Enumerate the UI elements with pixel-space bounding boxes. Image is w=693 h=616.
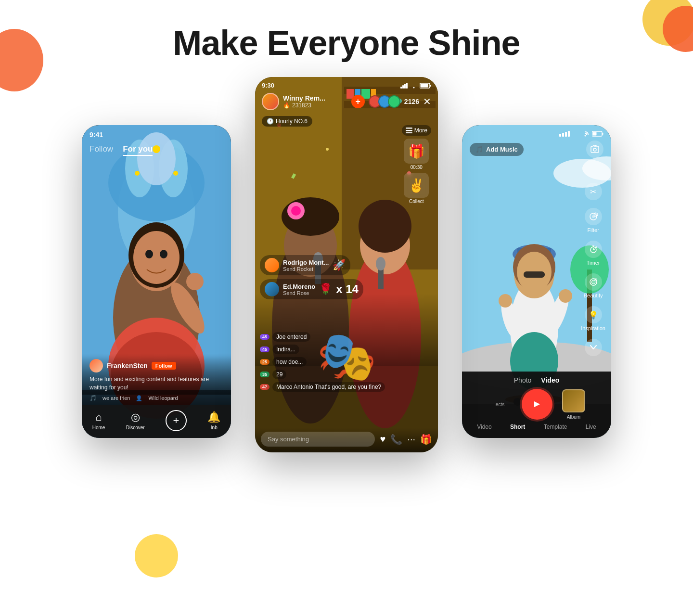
left-status-bar: 9:41 xyxy=(90,131,223,139)
center-top-right-controls: More 🎁 00:30 ✌️ Collect xyxy=(402,125,431,204)
gift-sender-1-avatar xyxy=(265,258,279,272)
svg-marker-108 xyxy=(534,401,540,407)
svg-point-90 xyxy=(585,135,586,137)
add-icon[interactable]: + xyxy=(166,410,187,431)
chat-level-2: 45 xyxy=(260,346,270,352)
center-user-row: Winny Rem... 🔥 231823 + 2126 ✕ xyxy=(262,93,431,110)
center-chat-input[interactable]: Say something xyxy=(261,432,375,447)
center-collect-box[interactable]: ✌️ Collect xyxy=(402,173,431,204)
svg-point-12 xyxy=(145,250,153,258)
photo-button[interactable]: Photo xyxy=(514,376,532,384)
inbox-icon: 🔔 xyxy=(207,411,220,424)
right-capture-row: ects Album xyxy=(468,389,605,420)
left-music-row: 🎵 we are frien 👤 Wild leopard xyxy=(90,395,223,401)
svg-point-14 xyxy=(135,171,140,176)
album-label: Album xyxy=(567,414,580,420)
right-tab-video[interactable]: Video xyxy=(477,424,491,430)
left-nav: Follow For you xyxy=(90,142,223,158)
chat-msg-5: 47 Marco Antonio That's good, are you fi… xyxy=(260,382,433,392)
center-header: 9:30 xyxy=(255,77,438,127)
left-nav-foryou[interactable]: For you xyxy=(123,144,153,156)
album-box[interactable]: Album xyxy=(562,389,585,420)
svg-point-11 xyxy=(133,231,180,284)
right-tool-beautify[interactable]: Beautify xyxy=(584,273,603,298)
video-button-active[interactable]: Video xyxy=(541,376,559,384)
right-tab-short[interactable]: Short xyxy=(510,424,525,430)
right-top-controls: 🎵 Add Music xyxy=(470,141,603,158)
chat-msg-2: 45 Indira... xyxy=(260,345,433,354)
chat-msg-4: 35 29 xyxy=(260,370,433,379)
left-tab-discover[interactable]: ◎ Discover xyxy=(126,411,145,430)
center-status-icons xyxy=(400,83,431,89)
discover-icon: ◎ xyxy=(131,411,140,424)
right-status-bar xyxy=(470,131,603,137)
right-tool-scissors[interactable]: ✂ xyxy=(585,183,602,200)
timer-label: Timer xyxy=(587,260,600,266)
camera-flip-button[interactable] xyxy=(586,141,603,158)
right-tab-template[interactable]: Template xyxy=(544,424,567,430)
close-button[interactable]: ✕ xyxy=(423,96,431,107)
svg-point-40 xyxy=(359,200,411,253)
svg-rect-61 xyxy=(406,132,412,133)
dots-icon[interactable]: ··· xyxy=(407,434,415,445)
right-phone-screen: 🎵 Add Music ✂ xyxy=(462,125,611,438)
svg-rect-76 xyxy=(524,271,545,278)
right-header: 🎵 Add Music xyxy=(462,125,611,158)
phone-icon[interactable]: 📞 xyxy=(390,434,402,445)
phone-center: 9:30 xyxy=(255,77,438,452)
right-tool-inspiration[interactable]: 💡 Inspiration xyxy=(581,306,605,331)
gift-sender-2-action: Send Rose xyxy=(283,290,315,296)
left-nav-follow[interactable]: Follow xyxy=(90,144,113,156)
svg-rect-87 xyxy=(562,133,564,137)
chat-area: 45 Joe entered 45 Indira... 25 how doe..… xyxy=(260,332,433,395)
rose-emoji: 🌹 xyxy=(319,283,332,295)
phones-showcase: 9:41 Follow For you FrankenSten Follow M… xyxy=(82,77,611,597)
center-input-row: Say something ♥ 📞 ··· 🎁 xyxy=(261,432,432,447)
svg-point-106 xyxy=(591,280,595,284)
right-tabbar: Video Short Template Live xyxy=(468,424,605,430)
gift-bottom-icon[interactable]: 🎁 xyxy=(420,434,432,445)
center-gift-box[interactable]: 🎁 00:30 xyxy=(402,139,431,170)
left-header: 9:41 Follow For you xyxy=(82,125,231,158)
add-music-button[interactable]: 🎵 Add Music xyxy=(470,143,524,156)
chat-level-4: 35 xyxy=(260,372,270,377)
capture-button[interactable] xyxy=(522,389,552,420)
collect-label: Collect xyxy=(409,199,424,204)
more-button[interactable]: More xyxy=(402,125,431,136)
phone-right: 🎵 Add Music ✂ xyxy=(462,125,611,438)
svg-rect-86 xyxy=(559,134,561,137)
fire-icon: 🔥 xyxy=(283,102,290,109)
left-phone-screen: 9:41 Follow For you FrankenSten Follow M… xyxy=(82,125,231,438)
phone-left: 9:41 Follow For you FrankenSten Follow M… xyxy=(82,125,231,438)
left-tab-inbox[interactable]: 🔔 Inb xyxy=(207,411,220,430)
svg-point-45 xyxy=(326,148,329,151)
right-tool-filter[interactable]: Filter xyxy=(585,208,602,233)
svg-point-13 xyxy=(160,250,167,258)
right-tool-more[interactable] xyxy=(585,339,602,356)
center-streamer-name: Winny Rem... xyxy=(283,94,325,102)
center-streamer-id: 231823 xyxy=(292,102,311,109)
chat-text-5: Marco Antonio That's good, are you fine? xyxy=(272,382,385,392)
center-follow-plus[interactable]: + xyxy=(351,95,365,108)
center-time: 9:30 xyxy=(262,82,274,89)
right-tab-live[interactable]: Live xyxy=(586,424,596,430)
timer-icon: 3 xyxy=(585,241,602,258)
svg-rect-58 xyxy=(421,84,428,87)
right-tool-timer[interactable]: 3 Timer xyxy=(585,241,602,266)
left-follow-badge[interactable]: Follow xyxy=(152,362,176,370)
clock-icon: 🕐 xyxy=(267,118,274,125)
left-tab-home[interactable]: ⌂ Home xyxy=(92,411,105,430)
filter-label: Filter xyxy=(587,227,599,233)
svg-point-80 xyxy=(499,294,512,308)
heart-icon[interactable]: ♥ xyxy=(380,434,385,445)
gift-sender-1-name: Rodrigo Mont... xyxy=(283,259,329,266)
left-tab-add[interactable]: + xyxy=(166,410,187,431)
chat-level-3: 25 xyxy=(260,359,270,365)
gift-sender-2-avatar xyxy=(265,282,279,296)
viewer-av-3 xyxy=(388,95,400,108)
chat-msg-3: 25 how doe... xyxy=(260,357,433,367)
rose-count: x 14 xyxy=(336,282,359,296)
chat-msg-1: 45 Joe entered xyxy=(260,332,433,342)
gift-notifications: Rodrigo Mont... Send Rocket 🚀 Ed.Moreno … xyxy=(260,255,433,303)
left-avatar xyxy=(90,359,103,372)
